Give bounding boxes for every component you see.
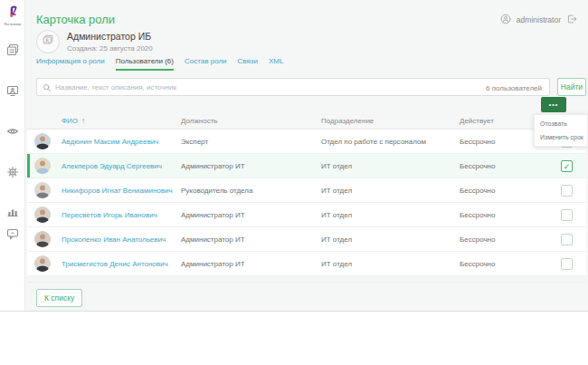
sidebar-item-documents[interactable]	[6, 43, 19, 56]
tab-2[interactable]: Состав роли	[185, 57, 227, 71]
column-fio[interactable]: ФИО	[62, 117, 78, 125]
bar-chart-icon	[6, 205, 19, 220]
position-cell: Администратор ИТ	[181, 162, 245, 170]
avatar	[34, 231, 51, 247]
sidebar-item-settings[interactable]	[6, 166, 19, 178]
table-row[interactable]: Авдюнин Максим Андреевич Эксперт Отдел п…	[27, 130, 586, 154]
department-cell: ИТ отдел	[321, 187, 352, 195]
department-cell: ИТ отдел	[321, 162, 352, 170]
user-menu[interactable]: administrator	[500, 12, 577, 28]
brand-name: Ростелеком	[0, 23, 25, 26]
user-name-link[interactable]: Авдюнин Максим Андреевич	[62, 138, 158, 146]
user-name-link[interactable]: Пересветов Игорь Иванович	[62, 211, 157, 219]
validity-cell: Бессрочно	[460, 260, 495, 268]
monitor-user-icon	[6, 84, 19, 100]
position-cell: Администратор ИТ	[181, 235, 245, 244]
sidebar-item-reports[interactable]	[6, 205, 19, 217]
column-department[interactable]: Подразделение	[321, 117, 374, 125]
results-count: 6 пользователей	[486, 84, 542, 92]
department-cell: ИТ отдел	[321, 260, 352, 268]
user-name-link[interactable]: Трисмегистов Денис Антонович	[62, 260, 168, 268]
avatar	[34, 255, 51, 272]
avatar	[34, 207, 51, 223]
username-label: administrator	[517, 15, 561, 24]
avatar	[34, 158, 51, 174]
validity-cell: Бессрочно	[460, 138, 495, 146]
validity-cell: Бессрочно	[460, 187, 495, 195]
avatar	[34, 133, 51, 149]
footer: К списку	[27, 282, 586, 307]
sidebar-item-feedback[interactable]	[6, 227, 19, 240]
role-created-date: Создана: 25 августа 2020	[67, 44, 153, 53]
role-name: Администратор ИБ	[67, 31, 151, 42]
role-avatar	[36, 30, 60, 53]
logout-icon[interactable]	[566, 12, 577, 28]
tab-4[interactable]: XML	[269, 57, 283, 71]
avatar	[34, 182, 51, 198]
back-to-list-button[interactable]: К списку	[36, 289, 82, 307]
validity-cell: Бессрочно	[460, 211, 495, 219]
position-cell: Руководитель отдела	[181, 187, 252, 195]
menu-item-1[interactable]: Изменить срок	[535, 130, 587, 144]
validity-cell: Бессрочно	[460, 235, 495, 244]
table-body: Авдюнин Максим Андреевич Эксперт Отдел п…	[27, 130, 586, 276]
user-name-link[interactable]: Никифоров Игнат Вениаминович	[62, 187, 173, 195]
position-cell: Эксперт	[181, 138, 208, 146]
brand-logo: Ростелеком	[0, 4, 25, 26]
department-cell: ИТ отдел	[321, 235, 352, 244]
row-checkbox[interactable]: ✓	[561, 160, 573, 172]
position-cell: Администратор ИТ	[181, 260, 245, 268]
row-checkbox[interactable]	[561, 258, 573, 270]
page-title: Карточка роли	[36, 13, 115, 26]
table-header: ФИО ↑ Должность Подразделение Действует	[27, 113, 586, 130]
photo-person-icon	[42, 34, 54, 50]
find-button[interactable]: Найти	[557, 78, 586, 96]
search-box: 6 пользователей	[36, 78, 550, 96]
tab-1[interactable]: Пользователи (6)	[116, 57, 174, 71]
app-window: Ростелеком administrator Карточка роли	[0, 0, 588, 312]
users-table: ФИО ↑ Должность Подразделение Действует …	[27, 113, 586, 276]
tab-0[interactable]: Информация о роли	[36, 57, 105, 71]
main-area: administrator Карточка роли Администрато…	[25, 0, 588, 311]
table-row[interactable]: Алекперов Эдуард Сергеевич Администратор…	[27, 154, 586, 178]
sort-asc-icon[interactable]: ↑	[81, 117, 85, 125]
row-checkbox[interactable]	[561, 209, 573, 221]
row-checkbox[interactable]	[561, 185, 573, 197]
search-input[interactable]	[55, 79, 444, 95]
actions-more-button[interactable]: •••	[541, 97, 566, 112]
documents-icon	[6, 43, 19, 59]
table-row[interactable]: Прокопенко Иван Анатольевич Администрато…	[27, 227, 586, 252]
user-circle-icon	[500, 12, 511, 28]
tab-3[interactable]: Связи	[238, 57, 258, 71]
actions-dropdown: ОтозватьИзменить срок	[534, 114, 588, 147]
eye-icon	[6, 125, 19, 140]
user-name-link[interactable]: Прокопенко Иван Анатольевич	[62, 235, 166, 244]
department-cell: ИТ отдел	[321, 211, 352, 219]
table-row[interactable]: Никифоров Игнат Вениаминович Руководител…	[27, 178, 586, 203]
comment-icon	[6, 227, 19, 243]
validity-cell: Бессрочно	[460, 162, 495, 170]
menu-item-0[interactable]: Отозвать	[535, 117, 587, 130]
rostelecom-logo-icon	[6, 5, 20, 21]
column-position[interactable]: Должность	[181, 117, 218, 125]
table-row[interactable]: Пересветов Игорь Иванович Администратор …	[27, 203, 586, 227]
gear-icon	[6, 166, 19, 181]
column-validity[interactable]: Действует	[460, 117, 494, 125]
table-row[interactable]: Трисмегистов Денис Антонович Администрат…	[27, 252, 586, 276]
sidebar-item-review[interactable]	[6, 125, 19, 138]
position-cell: Администратор ИТ	[181, 211, 245, 219]
sidebar-item-monitoring[interactable]	[6, 84, 19, 97]
sidebar: Ростелеком	[0, 0, 25, 311]
user-name-link[interactable]: Алекперов Эдуард Сергеевич	[62, 162, 162, 170]
row-checkbox[interactable]	[561, 234, 573, 245]
department-cell: Отдел по работе с персоналом	[321, 138, 426, 146]
tabs: Информация о ролиПользователи (6)Состав …	[36, 57, 283, 71]
